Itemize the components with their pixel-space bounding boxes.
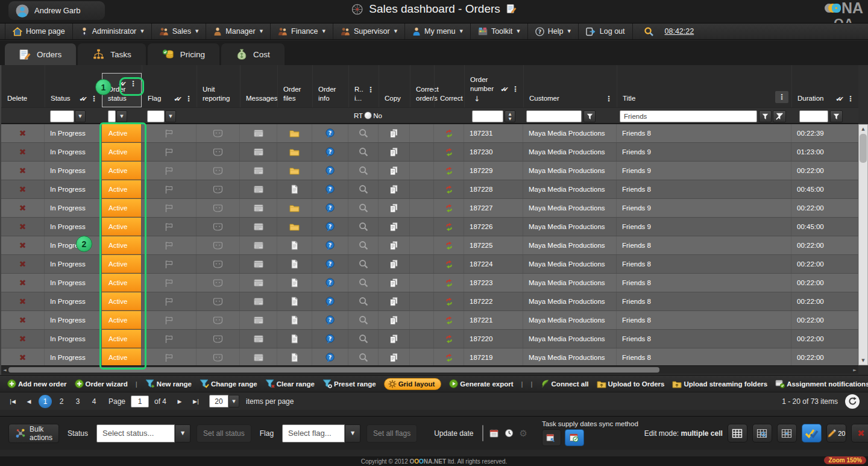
grid-layout-button[interactable]: Grid layout (384, 378, 442, 390)
cell-copy[interactable] (379, 143, 410, 161)
duration-filter-funnel-icon[interactable] (830, 110, 843, 122)
cell-messages[interactable] (240, 180, 277, 198)
edit-mode-single-cell-button[interactable] (752, 424, 772, 442)
cell-unit[interactable] (197, 274, 240, 292)
cell-order_status[interactable]: Active (102, 311, 142, 329)
cell-unit[interactable] (197, 255, 240, 273)
cell-delete[interactable]: ✖ (1, 180, 45, 198)
cell-delete[interactable]: ✖ (1, 292, 45, 310)
cell-unit[interactable] (197, 124, 240, 142)
copy-icon[interactable] (389, 334, 398, 344)
cell-info[interactable]: ? (312, 330, 348, 348)
order-status-badge[interactable]: Active (102, 236, 141, 254)
cell-correct[interactable] (434, 274, 464, 292)
cell-files[interactable] (277, 162, 312, 180)
upload-to-orders-button[interactable]: Upload to Orders (597, 380, 665, 388)
copy-icon[interactable] (389, 315, 398, 326)
cell-flag[interactable] (142, 330, 197, 348)
order-number-stepper[interactable]: ▲▼ (505, 110, 515, 122)
column-header-messages[interactable]: Messages (240, 65, 277, 107)
file-icon[interactable] (291, 334, 298, 344)
cell-copy[interactable] (379, 218, 410, 236)
vertical-scrollbar[interactable]: ▲ ▼ (858, 124, 868, 365)
cell-messages[interactable] (240, 255, 277, 273)
mag-icon[interactable] (359, 241, 368, 250)
cell-info[interactable]: ? (312, 274, 348, 292)
cell-unit[interactable] (197, 236, 240, 254)
cell-copy[interactable] (379, 348, 410, 365)
cell-unit[interactable] (197, 218, 240, 236)
copy-icon[interactable] (389, 128, 398, 139)
qbubble-icon[interactable]: ? (325, 184, 335, 195)
nav-item-administrator[interactable]: Administrator▼ (73, 24, 152, 39)
vertical-scroll-thumb[interactable] (860, 134, 867, 163)
sort-desc-icon[interactable]: ↓ (470, 93, 521, 103)
cell-files[interactable] (277, 180, 312, 198)
order-status-badge[interactable]: Active (102, 143, 141, 161)
swap-icon[interactable] (444, 148, 454, 157)
mag-icon[interactable] (359, 222, 368, 231)
cell-messages[interactable] (240, 311, 277, 329)
column-header-title[interactable]: Title⋮ (617, 65, 791, 107)
cell-unit[interactable] (197, 199, 240, 217)
copy-icon[interactable] (389, 147, 398, 157)
scroll-down-arrow[interactable]: ▼ (859, 356, 867, 365)
horizontal-scrollbar[interactable]: ◄ ► (1, 365, 858, 374)
copy-icon[interactable] (389, 222, 398, 232)
unit-icon[interactable] (213, 335, 223, 344)
mag-icon[interactable] (359, 353, 368, 362)
cell-files[interactable] (277, 348, 312, 365)
column-menu-icon[interactable]: ⋮ (846, 95, 855, 103)
cell-correct[interactable] (434, 162, 464, 180)
qbubble-icon[interactable]: ? (325, 334, 335, 344)
cell-files[interactable] (277, 292, 312, 310)
cell-rfi[interactable] (348, 162, 379, 180)
cell-rfi[interactable] (348, 143, 379, 161)
title-filter-funnel-icon[interactable] (759, 110, 772, 122)
flag-select[interactable]: Select flag... ▼ (282, 424, 360, 442)
column-multiselect-icon[interactable]: ✔✔ (836, 95, 844, 103)
swap-icon[interactable] (444, 129, 454, 138)
column-header-flag[interactable]: Flag✔✔⋮ (142, 65, 197, 107)
delete-row-icon[interactable]: ✖ (19, 147, 27, 157)
column-header-delete[interactable]: Delete (1, 65, 45, 107)
cell-copy[interactable] (379, 180, 410, 198)
cell-order_status[interactable]: Active (102, 236, 142, 254)
cell-info[interactable]: ? (312, 348, 348, 365)
edit-mode-grid-button[interactable] (728, 424, 747, 442)
cell-copy[interactable] (379, 311, 410, 329)
folder-icon[interactable] (289, 130, 300, 137)
cell-flag[interactable] (142, 348, 197, 365)
edit-count-button[interactable]: 20 (826, 424, 846, 442)
delete-row-icon[interactable]: ✖ (19, 166, 27, 175)
column-header-status[interactable]: Status✔✔⋮ (45, 65, 102, 107)
column-multiselect-icon[interactable]: ✔✔ (80, 95, 87, 103)
cell-correct[interactable] (434, 311, 464, 329)
first-page-button[interactable]: |◀ (6, 395, 19, 408)
cell-delete[interactable]: ✖ (1, 162, 45, 180)
cell-copy[interactable] (379, 124, 410, 142)
swap-icon[interactable] (444, 316, 454, 325)
nav-item-my-menu[interactable]: My menu▼ (405, 24, 471, 39)
file-icon[interactable] (291, 259, 298, 269)
unit-icon[interactable] (213, 316, 223, 325)
flag-icon[interactable] (164, 316, 174, 325)
msg-icon[interactable] (254, 204, 263, 212)
title-clear-filter-icon[interactable] (773, 110, 786, 122)
cell-info[interactable]: ? (312, 180, 348, 198)
flag-filter-dropdown-icon[interactable]: ▼ (165, 110, 176, 122)
column-menu-icon[interactable]: ⋮ (775, 91, 788, 103)
delete-row-icon[interactable]: ✖ (19, 241, 27, 250)
file-icon[interactable] (291, 278, 298, 288)
cell-info[interactable]: ? (312, 199, 348, 217)
column-header-correct[interactable]: Correct (434, 65, 464, 107)
cell-flag[interactable] (142, 162, 197, 180)
swap-icon[interactable] (444, 279, 454, 288)
cell-correct[interactable] (434, 255, 464, 273)
msg-icon[interactable] (254, 223, 263, 231)
page-button-4[interactable]: 4 (87, 395, 101, 408)
qbubble-icon[interactable]: ? (325, 297, 335, 307)
cell-rfi[interactable] (348, 348, 379, 365)
flag-icon[interactable] (164, 241, 174, 250)
msg-icon[interactable] (254, 279, 263, 287)
